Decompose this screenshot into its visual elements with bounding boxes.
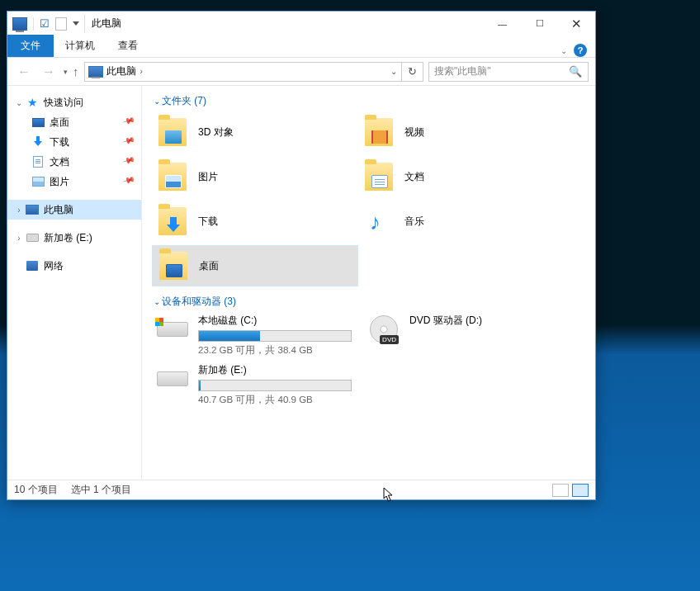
folder-downloads[interactable]: 下载: [152, 201, 358, 242]
qat-newfolder-icon[interactable]: [55, 17, 67, 31]
status-selected-count: 选中 1 个项目: [71, 483, 131, 497]
section-header-folders[interactable]: ⌄ 文件夹 (7): [154, 94, 590, 108]
window-title: 此电脑: [90, 17, 121, 31]
pictures-icon: [165, 175, 182, 188]
desktop-icon: [32, 118, 45, 127]
up-button[interactable]: ↑: [73, 64, 79, 78]
address-chevron-icon[interactable]: ›: [136, 67, 147, 76]
search-placeholder: 搜索"此电脑": [429, 64, 563, 78]
folder-documents[interactable]: 文档: [358, 156, 565, 197]
ribbon-tabs: 文件 计算机 查看 ⌄ ?: [7, 35, 595, 58]
address-this-pc-icon: [88, 66, 103, 78]
file-tab[interactable]: 文件: [7, 35, 54, 57]
folders-grid: 3D 对象 视频 图片 文档 下载: [152, 111, 590, 286]
status-bar: 10 个项目 选中 1 个项目: [7, 480, 595, 499]
sidebar-item-desktop[interactable]: 桌面 📌: [7, 112, 141, 132]
chevron-down-icon: ⌄: [154, 297, 160, 306]
folder-video[interactable]: 视频: [358, 111, 565, 153]
status-item-count: 10 个项目: [14, 483, 58, 497]
minimize-button[interactable]: —: [484, 12, 521, 35]
quick-access-toolbar: ☑: [7, 17, 79, 31]
pin-icon: 📌: [122, 173, 143, 191]
navigation-bar: ← → ▾ ↑ 此电脑 › ⌄ ↻ 搜索"此电脑" 🔍: [7, 58, 595, 86]
document-icon: [33, 156, 43, 168]
drive-usage-bar: [198, 330, 352, 342]
video-icon: [371, 130, 388, 144]
sidebar-item-pictures[interactable]: 图片 📌: [7, 172, 141, 191]
folder-3d-objects[interactable]: 3D 对象: [152, 111, 358, 153]
explorer-window: ☑ 此电脑 — ☐ ✕ 文件 计算机 查看 ⌄ ? ← → ▾ ↑ 此电脑 ›: [7, 11, 596, 500]
ribbon-collapse-icon[interactable]: ⌄: [560, 46, 567, 55]
sidebar-item-network[interactable]: 网络: [7, 256, 141, 276]
folder-pictures[interactable]: 图片: [152, 156, 358, 197]
folder-desktop[interactable]: 桌面: [152, 245, 358, 286]
chevron-down-icon[interactable]: ⌄: [14, 98, 24, 107]
pictures-icon: [32, 177, 45, 187]
this-pc-icon: [12, 17, 27, 31]
drive-c[interactable]: 本地磁盘 (C:) 23.2 GB 可用，共 38.4 GB: [152, 314, 358, 357]
3d-objects-icon: [165, 130, 182, 144]
dvd-drive-icon: [370, 315, 398, 343]
drives-grid: 本地磁盘 (C:) 23.2 GB 可用，共 38.4 GB DVD 驱动器 (…: [152, 312, 590, 406]
download-icon: [32, 136, 44, 148]
address-dropdown-icon[interactable]: ⌄: [386, 67, 401, 76]
downloads-icon: [165, 220, 182, 233]
section-header-devices[interactable]: ⌄ 设备和驱动器 (3): [154, 295, 590, 309]
drive-icon: [26, 234, 39, 242]
drive-d[interactable]: DVD 驱动器 (D:): [363, 314, 570, 357]
qat-properties-icon[interactable]: ☑: [40, 17, 50, 30]
sidebar-item-downloads[interactable]: 下载 📌: [7, 132, 141, 152]
computer-tab[interactable]: 计算机: [54, 35, 106, 57]
star-icon: ★: [26, 96, 39, 109]
drive-e[interactable]: 新加卷 (E:) 40.7 GB 可用，共 40.9 GB: [152, 363, 358, 406]
address-bar[interactable]: 此电脑 › ⌄ ↻: [84, 62, 424, 82]
documents-icon: [371, 175, 388, 188]
search-icon[interactable]: 🔍: [563, 65, 588, 78]
history-dropdown-icon[interactable]: ▾: [64, 68, 68, 76]
maximize-button[interactable]: ☐: [521, 12, 558, 35]
drive-usage-bar: [198, 380, 352, 391]
content-pane: ⌄ 文件夹 (7) 3D 对象 视频 图片 文档: [142, 86, 595, 480]
drive-fill-c: [199, 331, 260, 341]
details-view-button[interactable]: [552, 484, 569, 497]
back-button[interactable]: ←: [14, 63, 34, 81]
chevron-right-icon[interactable]: ›: [14, 234, 24, 243]
drive-fill-e: [199, 381, 201, 390]
tiles-view-button[interactable]: [572, 484, 589, 497]
local-disk-icon: [157, 371, 188, 386]
forward-button[interactable]: →: [39, 63, 59, 81]
close-button[interactable]: ✕: [558, 12, 595, 35]
view-tab[interactable]: 查看: [106, 35, 149, 57]
folder-music[interactable]: 音乐: [358, 201, 565, 242]
pin-icon: 📌: [122, 134, 143, 151]
music-icon: [370, 213, 388, 234]
local-disk-icon: [157, 322, 188, 337]
desktop-icon: [166, 264, 182, 277]
chevron-right-icon[interactable]: ›: [14, 206, 24, 215]
sidebar-item-volume-e[interactable]: › 新加卷 (E:): [7, 228, 141, 248]
titlebar: ☑ 此电脑 — ☐ ✕: [7, 12, 595, 35]
navigation-pane: ⌄ ★ 快速访问 桌面 📌 下载 📌 文档 📌: [7, 86, 142, 480]
sidebar-item-documents[interactable]: 文档 📌: [7, 152, 141, 172]
chevron-down-icon: ⌄: [154, 97, 160, 106]
network-icon: [26, 261, 38, 271]
pin-icon: 📌: [122, 114, 143, 131]
refresh-button[interactable]: ↻: [401, 63, 423, 81]
sidebar-item-quick-access[interactable]: ⌄ ★ 快速访问: [7, 92, 141, 112]
search-box[interactable]: 搜索"此电脑" 🔍: [428, 62, 589, 82]
pin-icon: 📌: [122, 154, 143, 171]
sidebar-item-this-pc[interactable]: › 此电脑: [7, 200, 141, 220]
this-pc-icon: [26, 205, 39, 215]
help-icon[interactable]: ?: [574, 44, 587, 57]
address-segment[interactable]: 此电脑: [106, 64, 136, 78]
qat-dropdown-icon[interactable]: [73, 21, 79, 26]
